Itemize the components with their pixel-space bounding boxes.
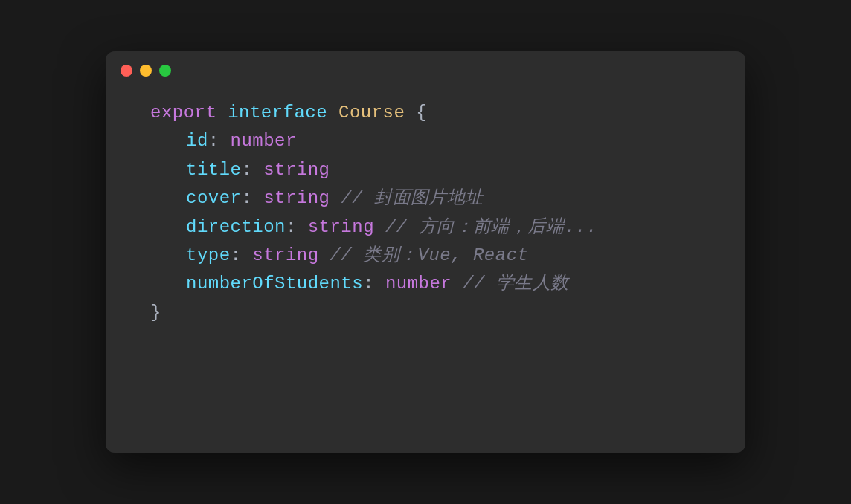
prop-students: numberOfStudents bbox=[186, 270, 363, 298]
maximize-button[interactable] bbox=[159, 65, 171, 77]
code-line-close: } bbox=[150, 299, 701, 327]
open-brace: { bbox=[416, 99, 427, 127]
close-button[interactable] bbox=[121, 65, 132, 77]
code-window: export interface Course { id : number ti… bbox=[106, 51, 745, 453]
minimize-button[interactable] bbox=[140, 65, 152, 77]
code-line-cover: cover : string // 封面图片地址 bbox=[150, 184, 701, 213]
code-line-header: export interface Course { bbox=[150, 99, 701, 127]
prop-title: title bbox=[186, 156, 241, 184]
comment-cover: // 封面图片地址 bbox=[341, 184, 484, 213]
comment-direction: // 方向：前端，后端... bbox=[385, 213, 597, 242]
class-name: Course bbox=[338, 99, 405, 127]
code-line-students: numberOfStudents : number // 学生人数 bbox=[150, 270, 701, 298]
code-editor: export interface Course { id : number ti… bbox=[106, 91, 745, 349]
comment-students: // 学生人数 bbox=[463, 270, 569, 298]
prop-direction: direction bbox=[186, 213, 286, 242]
export-keyword: export bbox=[150, 99, 216, 127]
comment-type: // 类别：Vue, React bbox=[330, 242, 528, 270]
close-brace: } bbox=[150, 299, 161, 327]
code-line-id: id : number bbox=[150, 127, 701, 155]
code-line-direction: direction : string // 方向：前端，后端... bbox=[150, 213, 701, 242]
prop-id: id bbox=[186, 127, 208, 155]
prop-cover: cover bbox=[186, 184, 241, 213]
prop-type: type bbox=[186, 242, 231, 270]
titlebar bbox=[106, 51, 745, 91]
code-line-title: title : string bbox=[150, 156, 701, 184]
interface-keyword: interface bbox=[228, 99, 327, 127]
code-line-type: type : string // 类别：Vue, React bbox=[150, 242, 701, 270]
